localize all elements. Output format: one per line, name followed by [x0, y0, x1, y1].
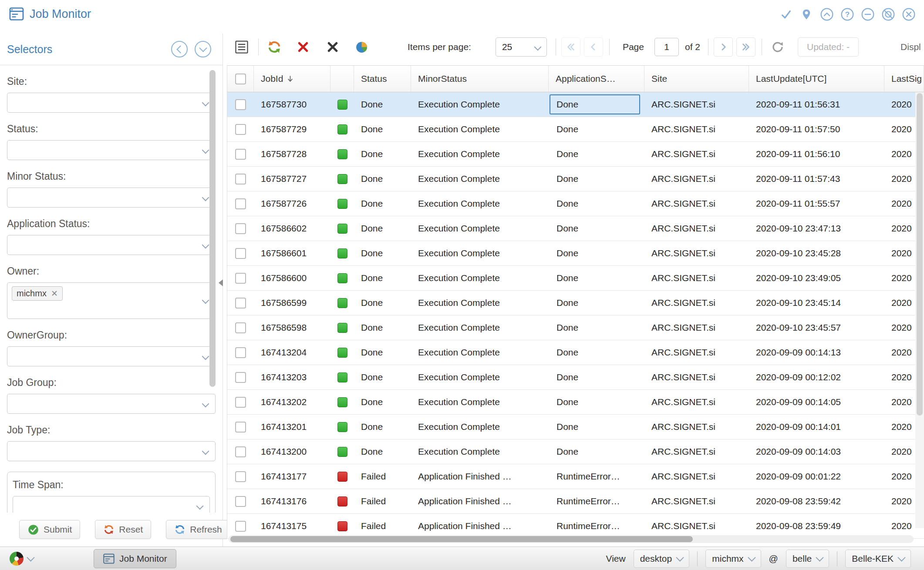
column-header-minorstatus[interactable]: MinorStatus [411, 66, 549, 92]
row-checkbox[interactable] [235, 347, 246, 358]
job-monitor-task-button[interactable]: Job Monitor [94, 549, 176, 568]
minimize-icon[interactable] [860, 7, 875, 22]
status-select[interactable] [7, 140, 216, 160]
display-button[interactable]: Displ [900, 42, 921, 52]
table-row[interactable]: 167586601 Done Execution Complete Done A… [227, 241, 924, 266]
taskbar: Job Monitor View desktop michmx @ belle … [0, 547, 924, 570]
cell-site: ARC.SIGNET.si [644, 315, 749, 340]
row-checkbox[interactable] [235, 397, 246, 408]
submit-button[interactable]: Submit [19, 520, 80, 539]
table-row[interactable]: 167586600 Done Execution Complete Done A… [227, 266, 924, 291]
cell-status: Done [354, 216, 411, 241]
view-mode-select[interactable]: desktop [634, 550, 690, 568]
row-checkbox[interactable] [235, 521, 246, 532]
job-group-select[interactable] [7, 394, 216, 414]
row-checkbox[interactable] [235, 149, 246, 160]
table-row[interactable]: 167587727 Done Execution Complete Done A… [227, 167, 924, 191]
row-checkbox[interactable] [235, 273, 246, 284]
application-status-select[interactable] [7, 235, 216, 255]
row-checkbox[interactable] [235, 496, 246, 507]
setup-select[interactable]: Belle-KEK [845, 550, 911, 568]
grid-vertical-scrollbar[interactable] [915, 92, 924, 528]
table-row[interactable]: 167413203 Done Execution Complete Done A… [227, 365, 924, 390]
row-checkbox[interactable] [235, 99, 246, 110]
table-row[interactable]: 167586602 Done Execution Complete Done A… [227, 216, 924, 241]
table-row[interactable]: 167586598 Done Execution Complete Done A… [227, 315, 924, 340]
cell-jobid: 167587727 [254, 167, 330, 191]
owner-group-select[interactable] [7, 346, 216, 366]
row-checkbox[interactable] [235, 248, 246, 259]
group-select[interactable]: belle [786, 550, 829, 568]
column-header-status[interactable]: Status [354, 66, 411, 92]
field-job-type: Job Type: [7, 424, 216, 461]
table-row[interactable]: 167413201 Done Execution Complete Done A… [227, 415, 924, 439]
updated-button[interactable]: Updated: - [798, 37, 859, 57]
table-row[interactable]: 167413200 Done Execution Complete Done A… [227, 439, 924, 464]
collapse-panel-left-icon[interactable] [171, 41, 188, 57]
job-type-select[interactable] [7, 441, 216, 461]
check-icon[interactable] [779, 7, 793, 22]
table-row[interactable]: 167413202 Done Execution Complete Done A… [227, 390, 924, 415]
column-header-site[interactable]: Site [644, 66, 749, 92]
start-menu-button[interactable] [5, 550, 38, 567]
row-checkbox[interactable] [235, 298, 246, 308]
cell-site: ARC.SIGNET.si [644, 514, 749, 538]
close-circle-icon[interactable] [901, 7, 916, 22]
row-checkbox[interactable] [235, 174, 246, 184]
panel-collapse-arrow-icon[interactable] [219, 279, 223, 286]
refresh-button[interactable]: Refresh [166, 520, 230, 539]
column-header-lastsignoflife[interactable]: LastSig [884, 66, 924, 92]
pin-icon[interactable] [799, 7, 814, 22]
row-checkbox[interactable] [235, 446, 246, 457]
items-per-page-select[interactable]: 25 [496, 37, 547, 57]
owner-select[interactable]: michmx ✕ [7, 282, 216, 319]
last-page-button[interactable] [736, 37, 755, 57]
user-select[interactable]: michmx [705, 550, 761, 568]
next-page-button[interactable] [714, 37, 733, 57]
selectors-scrollbar[interactable] [209, 70, 216, 387]
cell-status: Done [354, 315, 411, 340]
kill-jobs-button[interactable] [323, 37, 342, 57]
grid-horizontal-scrollbar-thumb[interactable] [230, 536, 693, 542]
refresh-grid-button[interactable] [265, 37, 284, 57]
row-checkbox[interactable] [235, 322, 246, 333]
auto-refresh-button[interactable] [768, 37, 787, 57]
page-input[interactable] [654, 38, 679, 56]
table-row[interactable]: 167587728 Done Execution Complete Done A… [227, 142, 924, 167]
select-all-checkbox[interactable] [227, 66, 254, 92]
grid-vertical-scrollbar-thumb[interactable] [917, 93, 923, 416]
table-row[interactable]: 167413204 Done Execution Complete Done A… [227, 340, 924, 365]
table-row[interactable]: 167587726 Done Execution Complete Done A… [227, 191, 924, 216]
table-row[interactable]: 167587730 Done Execution Complete Done A… [227, 92, 924, 117]
statistics-button[interactable] [352, 37, 371, 57]
column-header-applicationstatus[interactable]: ApplicationS… [549, 66, 644, 92]
table-row[interactable]: 167413176 Failed Application Finished … … [227, 489, 924, 514]
row-checkbox[interactable] [235, 372, 246, 383]
time-span-select[interactable] [13, 496, 210, 513]
prev-page-button[interactable] [584, 37, 603, 57]
row-checkbox[interactable] [235, 471, 246, 482]
first-page-button[interactable] [561, 37, 580, 57]
row-checkbox[interactable] [235, 422, 246, 433]
reset-button[interactable]: Reset [95, 520, 151, 539]
table-row[interactable]: 167587729 Done Execution Complete Done A… [227, 117, 924, 142]
grid-horizontal-scrollbar[interactable] [229, 535, 914, 543]
row-checkbox[interactable] [235, 198, 246, 209]
slash-circle-icon[interactable] [881, 7, 896, 22]
cell-minorstatus: Application Finished … [411, 489, 549, 513]
column-header-jobid[interactable]: JobId [254, 66, 330, 92]
table-row[interactable]: 167413177 Failed Application Finished … … [227, 464, 924, 489]
remove-tag-icon[interactable]: ✕ [51, 289, 58, 298]
row-checkbox[interactable] [235, 124, 246, 135]
help-icon[interactable]: ? [840, 7, 855, 22]
minor-status-select[interactable] [7, 188, 216, 208]
table-row[interactable]: 167586599 Done Execution Complete Done A… [227, 291, 924, 315]
row-checkbox[interactable] [235, 223, 246, 234]
grid-menu-button[interactable] [232, 37, 251, 57]
site-select[interactable] [7, 93, 216, 113]
panel-menu-icon[interactable] [195, 41, 211, 57]
column-header-status-icon[interactable] [330, 66, 354, 92]
collapse-up-icon[interactable] [819, 7, 834, 22]
column-header-lastupdate[interactable]: LastUpdate[UTC] [749, 66, 884, 92]
delete-jobs-button[interactable] [293, 37, 313, 57]
